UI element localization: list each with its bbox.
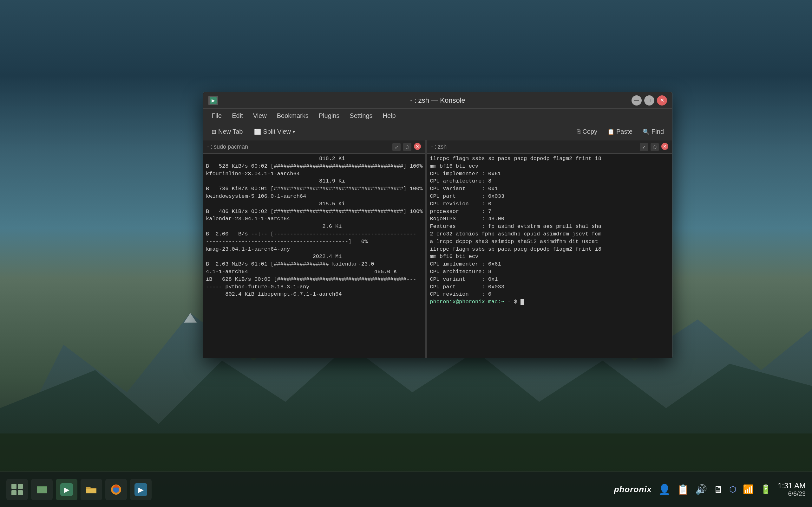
left-pane-title: - : sudo pacman xyxy=(207,144,248,150)
left-pane-expand-btn[interactable]: ⤢ xyxy=(392,143,401,151)
taskbar-date: 6/6/23 xyxy=(778,490,806,498)
find-label: Find xyxy=(652,128,664,135)
terminal-prompt: phoronix@phoronix-mac:~ xyxy=(430,299,507,305)
menu-bookmarks[interactable]: Bookmarks xyxy=(272,111,313,121)
terminal-line: 811.9 Ki xyxy=(206,177,422,185)
right-pane-close-btn[interactable]: ✕ xyxy=(661,143,668,150)
terminal-line: processor : 7 xyxy=(430,208,670,216)
terminal-cursor xyxy=(520,299,524,305)
menu-view[interactable]: View xyxy=(249,111,271,121)
new-tab-button[interactable]: ⊞ New Tab xyxy=(207,127,247,136)
window-controls: — □ ✕ xyxy=(631,95,667,106)
paste-button[interactable]: 📋 Paste xyxy=(603,127,637,136)
left-pane-controls: ⤢ ⬡ ✕ xyxy=(392,143,421,151)
find-icon: 🔍 xyxy=(643,128,650,135)
paste-label: Paste xyxy=(616,128,632,135)
terminal-line: CPU revision : 0 xyxy=(430,200,670,208)
terminal-line: B 736 KiB/s 00:01 [#####################… xyxy=(206,185,422,193)
terminal-line: CPU variant : 0x1 xyxy=(430,185,670,193)
copy-label: Copy xyxy=(582,128,597,135)
battery-icon[interactable]: 🔋 xyxy=(760,484,771,495)
left-terminal-content[interactable]: 818.2 KiB 528 KiB/s 00:02 [#############… xyxy=(203,154,425,358)
taskbar-right: phoronix 👤 📋 🔊 🖥 ⬡ 📶 🔋 1:31 AM 6/6/23 xyxy=(614,481,806,498)
terminal-line: a lrcpc dcpop sha3 asimddp sha512 asimdf… xyxy=(430,238,670,245)
left-pane-close-btn[interactable]: ✕ xyxy=(414,143,421,150)
terminal-line: CPU revision : 0 xyxy=(430,291,670,298)
taskbar-apps-icon[interactable] xyxy=(6,479,28,500)
close-button[interactable]: ✕ xyxy=(657,95,667,106)
left-pane-detach-btn[interactable]: ⬡ xyxy=(403,143,411,151)
find-button[interactable]: 🔍 Find xyxy=(638,127,668,136)
new-tab-icon: ⊞ xyxy=(212,128,216,135)
konsole-window: ▶ - : zsh — Konsole — □ ✕ File Edit View… xyxy=(203,92,672,358)
menu-settings[interactable]: Settings xyxy=(345,111,377,121)
taskbar-firefox-icon[interactable] xyxy=(105,479,127,500)
menu-edit[interactable]: Edit xyxy=(227,111,247,121)
terminal-line: 2.6 Ki xyxy=(206,223,422,230)
display-icon[interactable]: 🖥 xyxy=(713,484,723,495)
svg-text:▶: ▶ xyxy=(64,486,69,494)
taskbar-left: ▶ ▶ xyxy=(6,479,152,500)
split-view-button[interactable]: ⬜ Split View ▾ xyxy=(250,127,299,136)
paste-icon: 📋 xyxy=(607,128,614,135)
bluetooth-icon[interactable]: ⬡ xyxy=(729,485,737,494)
right-terminal-content[interactable]: ilrcpc flagm ssbs sb paca pacg dcpodp fl… xyxy=(427,154,672,358)
terminal-line: B 2.00 B/s --:-- [----------------------… xyxy=(206,230,422,238)
taskbar-konsole-icon[interactable]: ▶ xyxy=(56,479,78,500)
svg-text:▶: ▶ xyxy=(212,98,215,103)
right-pane-titlebar: - : zsh ⤢ ⬡ ✕ xyxy=(427,140,672,154)
menu-plugins[interactable]: Plugins xyxy=(314,111,344,121)
wifi-icon[interactable]: 📶 xyxy=(743,484,754,495)
taskbar-files-icon[interactable] xyxy=(31,479,53,500)
terminal-line: CPU part : 0x033 xyxy=(430,193,670,200)
svg-rect-9 xyxy=(11,484,16,489)
terminal-line: ilrcpc flagm ssbs sb paca pacg dcpodp fl… xyxy=(430,155,670,163)
svg-rect-11 xyxy=(11,490,16,495)
terminal-line: 818.2 Ki xyxy=(206,155,422,163)
desktop: ▶ - : zsh — Konsole — □ ✕ File Edit View… xyxy=(0,0,812,507)
prompt-suffix: - $ xyxy=(507,299,520,305)
terminal-line: ----------------------------------------… xyxy=(206,238,422,245)
terminal-line: ilrcpc flagm ssbs sb paca pacg dcpodp fl… xyxy=(430,245,670,253)
terminal-line: CPU architecture: 8 xyxy=(430,177,670,185)
terminal-line: Features : fp asimd evtstrm aes pmull sh… xyxy=(430,223,670,230)
toolbar-right: ⎘ Copy 📋 Paste 🔍 Find xyxy=(572,127,668,136)
terminal-line: kfourinline-23.04.1-1-aarch64 xyxy=(206,170,422,178)
volume-icon[interactable]: 🔊 xyxy=(695,484,707,495)
right-terminal-pane: - : zsh ⤢ ⬡ ✕ ilrcpc flagm ssbs sb paca … xyxy=(427,140,672,358)
title-bar: ▶ - : zsh — Konsole — □ ✕ xyxy=(203,92,672,109)
taskbar-folder-icon[interactable] xyxy=(81,479,102,500)
right-pane-controls: ⤢ ⬡ ✕ xyxy=(640,143,668,151)
terminal-prompt-line: phoronix@phoronix-mac:~ - $ xyxy=(430,298,670,306)
copy-button[interactable]: ⎘ Copy xyxy=(572,127,602,136)
maximize-button[interactable]: □ xyxy=(644,95,654,106)
terminal-area: - : sudo pacman ⤢ ⬡ ✕ 818.2 KiB 528 KiB/… xyxy=(203,140,672,358)
terminal-line: kalendar-23.04.1-1-aarch64 xyxy=(206,215,422,223)
taskbar-clock[interactable]: 1:31 AM 6/6/23 xyxy=(778,481,806,498)
terminal-line: mm bf16 bti ecv xyxy=(430,163,670,170)
split-view-label: Split View xyxy=(263,128,291,135)
svg-text:▶: ▶ xyxy=(138,486,144,494)
right-pane-detach-btn[interactable]: ⬡ xyxy=(651,143,659,151)
terminal-line: 2022.4 Mi xyxy=(206,253,422,261)
menu-bar: File Edit View Bookmarks Plugins Setting… xyxy=(203,109,672,123)
copy-icon: ⎘ xyxy=(577,128,580,135)
terminal-line: 2 crc32 atomics fphp asimdhp cpuid asimd… xyxy=(430,230,670,238)
clipboard-icon[interactable]: 📋 xyxy=(677,484,689,495)
menu-help[interactable]: Help xyxy=(378,111,400,121)
terminal-line: B 528 KiB/s 00:02 [#####################… xyxy=(206,163,422,170)
terminal-line: 815.5 Ki xyxy=(206,200,422,208)
terminal-line: BogoMIPS : 48.00 xyxy=(430,215,670,223)
menu-file[interactable]: File xyxy=(207,111,226,121)
right-pane-expand-btn[interactable]: ⤢ xyxy=(640,143,648,151)
taskbar-konsole2-icon[interactable]: ▶ xyxy=(130,479,152,500)
taskbar-time: 1:31 AM xyxy=(778,481,806,490)
terminal-line: 4.1-1-aarch64 465.0 K xyxy=(206,268,422,276)
user-icon[interactable]: 👤 xyxy=(658,484,671,496)
left-pane-titlebar: - : sudo pacman ⤢ ⬡ ✕ xyxy=(203,140,425,154)
minimize-button[interactable]: — xyxy=(631,95,642,106)
right-pane-title: - : zsh xyxy=(431,144,447,150)
terminal-line: mm bf16 bti ecv xyxy=(430,253,670,261)
split-divider[interactable] xyxy=(425,140,427,358)
terminal-line: CPU implementer : 0x61 xyxy=(430,170,670,178)
